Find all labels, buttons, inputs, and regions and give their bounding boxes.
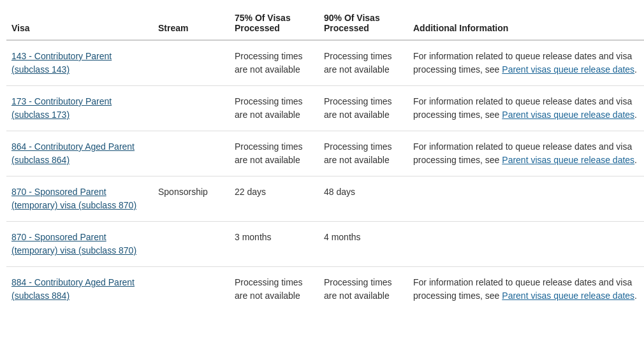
header-90: 90% Of Visas Processed: [319, 6, 408, 40]
col90-cell: Processing times are not available: [319, 86, 408, 131]
additional-info-suffix: .: [634, 64, 637, 75]
visa-link[interactable]: 143 - Contributory Parent (subclass 143): [11, 51, 112, 75]
additional-info-cell: For information related to queue release…: [408, 86, 644, 131]
additional-info-cell: For information related to queue release…: [408, 131, 644, 176]
header-75: 75% Of Visas Processed: [230, 6, 319, 40]
additional-info-cell: For information related to queue release…: [408, 267, 644, 312]
col75-cell: Processing times are not available: [230, 267, 319, 312]
visa-link[interactable]: 864 - Contributory Aged Parent (subclass…: [11, 141, 135, 165]
additional-info-suffix: .: [634, 291, 637, 301]
table-row: 864 - Contributory Aged Parent (subclass…: [6, 131, 644, 176]
additional-info-suffix: .: [634, 110, 637, 120]
table-row: 173 - Contributory Parent (subclass 173)…: [6, 86, 644, 131]
table-row: 884 - Contributory Aged Parent (subclass…: [6, 267, 644, 312]
col75-cell: Processing times are not available: [230, 131, 319, 176]
visa-link[interactable]: 884 - Contributory Aged Parent (subclass…: [11, 277, 135, 301]
visa-link[interactable]: 870 - Sponsored Parent (temporary) visa …: [11, 232, 136, 256]
header-additional: Additional Information: [408, 6, 644, 40]
table-row: 870 - Sponsored Parent (temporary) visa …: [6, 222, 644, 267]
header-visa: Visa: [6, 6, 153, 40]
additional-info-cell: For information related to queue release…: [408, 40, 644, 86]
queue-release-dates-link[interactable]: Parent visas queue release dates: [502, 291, 634, 301]
table-row: 143 - Contributory Parent (subclass 143)…: [6, 40, 644, 86]
stream-cell: [153, 40, 230, 86]
col90-cell: Processing times are not available: [319, 131, 408, 176]
visa-processing-table: Visa Stream 75% Of Visas Processed 90% O…: [6, 6, 644, 312]
col90-cell: 4 months: [319, 222, 408, 267]
additional-info-cell: [408, 176, 644, 222]
queue-release-dates-link[interactable]: Parent visas queue release dates: [502, 155, 634, 165]
col75-cell: Processing times are not available: [230, 40, 319, 86]
stream-cell: [153, 86, 230, 131]
visa-link[interactable]: 173 - Contributory Parent (subclass 173): [11, 96, 112, 120]
additional-info-suffix: .: [634, 155, 637, 165]
visa-cell: 870 - Sponsored Parent (temporary) visa …: [6, 222, 153, 267]
col90-cell: Processing times are not available: [319, 267, 408, 312]
col90-cell: Processing times are not available: [319, 40, 408, 86]
stream-cell: Sponsorship: [153, 176, 230, 222]
visa-cell: 870 - Sponsored Parent (temporary) visa …: [6, 176, 153, 222]
col75-cell: 22 days: [230, 176, 319, 222]
queue-release-dates-link[interactable]: Parent visas queue release dates: [502, 110, 634, 120]
header-stream: Stream: [153, 6, 230, 40]
stream-cell: [153, 131, 230, 176]
col75-cell: 3 months: [230, 222, 319, 267]
visa-cell: 884 - Contributory Aged Parent (subclass…: [6, 267, 153, 312]
col75-cell: Processing times are not available: [230, 86, 319, 131]
queue-release-dates-link[interactable]: Parent visas queue release dates: [502, 64, 634, 75]
stream-cell: [153, 222, 230, 267]
visa-cell: 173 - Contributory Parent (subclass 173): [6, 86, 153, 131]
col90-cell: 48 days: [319, 176, 408, 222]
visa-cell: 864 - Contributory Aged Parent (subclass…: [6, 131, 153, 176]
additional-info-cell: [408, 222, 644, 267]
visa-link[interactable]: 870 - Sponsored Parent (temporary) visa …: [11, 187, 136, 210]
visa-cell: 143 - Contributory Parent (subclass 143): [6, 40, 153, 86]
stream-cell: [153, 267, 230, 312]
table-row: 870 - Sponsored Parent (temporary) visa …: [6, 176, 644, 222]
